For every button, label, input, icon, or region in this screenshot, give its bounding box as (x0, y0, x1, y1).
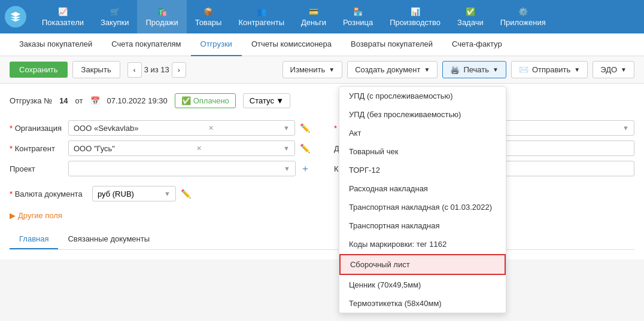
org-clear-icon[interactable]: ✕ (208, 124, 214, 132)
apps-icon: ⚙️ (518, 7, 528, 16)
project-row: Проект ▼ ＋ (10, 161, 310, 176)
nav-contractors[interactable]: 👥 Контрагенты (230, 0, 293, 33)
check-icon: ✅ (181, 96, 191, 105)
send-button[interactable]: ✉️ Отправить ▼ (511, 61, 588, 78)
purchases-icon: 🛒 (110, 7, 120, 16)
print-price-tag[interactable]: Ценник (70х49,5мм) (339, 276, 506, 294)
contractor-arrow-icon: ▼ (283, 145, 290, 152)
document-tabs: Главная Связанные документы (10, 230, 634, 250)
print-marking[interactable]: Коды маркировки: тег 1162 (339, 235, 506, 253)
project-add-icon[interactable]: ＋ (300, 163, 310, 175)
contractor-clear-icon[interactable]: ✕ (196, 145, 202, 152)
project-arrow-icon: ▼ (284, 165, 290, 172)
secnav-shipments[interactable]: Отгрузки (191, 33, 242, 56)
retail-icon: 🏪 (353, 7, 363, 16)
other-fields-link[interactable]: ▶ Другие поля (10, 211, 634, 220)
change-button[interactable]: Изменить ▼ (282, 61, 343, 78)
secnav-returns[interactable]: Возвраты покупателей (341, 33, 442, 56)
form-grid: Организация ООО «Sevkavlab» ✕ ▼ ✏️ Контр… (10, 120, 634, 176)
nav-purchases[interactable]: 🛒 Закупки (92, 0, 137, 33)
nav-apps[interactable]: ⚙️ Приложения (492, 0, 554, 33)
secnav-invoices[interactable]: Счета покупателям (102, 33, 190, 56)
org-edit-icon[interactable]: ✏️ (300, 123, 310, 133)
currency-arrow-icon: ▼ (164, 190, 171, 197)
goods-icon: 📦 (203, 7, 213, 16)
print-thermal[interactable]: Термоэтикетка (58х40мм) (339, 294, 506, 313)
next-button[interactable]: › (172, 62, 186, 78)
nav-retail[interactable]: 🏪 Розница (335, 0, 381, 33)
production-icon: 📊 (411, 7, 420, 16)
form-left: Организация ООО «Sevkavlab» ✕ ▼ ✏️ Контр… (10, 120, 310, 176)
org-row: Организация ООО «Sevkavlab» ✕ ▼ ✏️ (10, 120, 310, 136)
print-transport[interactable]: Транспортная накладная (339, 216, 506, 235)
warehouse-arrow-icon: ▼ (622, 124, 629, 132)
print-icon: 🖨️ (450, 65, 460, 74)
contractor-row: Контрагент ООО "Гусь" ✕ ▼ ✏️ (10, 140, 310, 156)
print-upd-no-tracking[interactable]: УПД (без прослеживаемостью) (339, 105, 506, 124)
print-receipt[interactable]: Товарный чек (339, 142, 506, 161)
document-header: Отгрузка № 14 от 📅 07.10.2022 19:30 ✅ Оп… (10, 93, 634, 108)
doc-counter: ‹ 3 из 13 › (127, 62, 186, 78)
secondary-navigation: Заказы покупателей Счета покупателям Отг… (0, 33, 644, 56)
doc-number: 14 (59, 96, 68, 105)
edo-arrow-icon: ▼ (621, 66, 627, 73)
tab-main[interactable]: Главная (10, 230, 58, 249)
edo-button[interactable]: ЭДО ▼ (593, 61, 634, 78)
secnav-orders[interactable]: Заказы покупателей (10, 33, 102, 56)
print-expense[interactable]: Расходная накладная (339, 179, 506, 198)
money-icon: 💳 (309, 7, 318, 16)
print-torg12[interactable]: ТОРГ-12 (339, 161, 506, 179)
print-act[interactable]: Акт (339, 124, 506, 142)
status-arrow-icon: ▼ (276, 96, 284, 105)
indicators-icon: 📈 (58, 7, 68, 16)
document-content: Отгрузка № 14 от 📅 07.10.2022 19:30 ✅ Оп… (0, 84, 644, 259)
contractor-label: Контрагент (10, 144, 63, 153)
sales-icon: 🛍️ (157, 7, 167, 16)
currency-input[interactable]: руб (RUB) ▼ (92, 186, 176, 201)
project-input[interactable]: ▼ (68, 161, 296, 176)
calendar-icon: 📅 (90, 96, 100, 105)
create-doc-button[interactable]: Создать документ ▼ (347, 61, 438, 78)
tasks-icon: ✅ (466, 7, 475, 16)
nav-tasks[interactable]: ✅ Задачи (449, 0, 492, 33)
app-logo[interactable] (5, 6, 26, 27)
prev-button[interactable]: ‹ (127, 62, 142, 78)
print-assembly[interactable]: Сборочный лист (339, 254, 506, 275)
status-button[interactable]: Статус ▼ (243, 93, 290, 108)
print-dropdown-menu: УПД (с прослеживаемостью) УПД (без просл… (339, 86, 506, 313)
contractor-input[interactable]: ООО "Гусь" ✕ ▼ (68, 140, 295, 156)
nav-money[interactable]: 💳 Деньги (293, 0, 335, 33)
paid-badge: ✅ Оплачено (175, 93, 236, 108)
currency-edit-icon[interactable]: ✏️ (181, 189, 191, 198)
org-arrow-icon: ▼ (283, 124, 290, 132)
change-arrow-icon: ▼ (329, 66, 335, 73)
print-upd-tracking[interactable]: УПД (с прослеживаемостью) (339, 87, 506, 105)
contractors-icon: 👥 (257, 7, 266, 16)
secnav-facturas[interactable]: Счета-фактур (442, 33, 512, 56)
nav-production[interactable]: 📊 Производство (381, 0, 449, 33)
secnav-commission[interactable]: Отчеты комиссионера (242, 33, 341, 56)
create-doc-arrow-icon: ▼ (424, 66, 430, 73)
nav-goods[interactable]: 📦 Товары (187, 0, 230, 33)
save-button[interactable]: Сохранить (10, 62, 68, 78)
print-transport-new[interactable]: Транспортная накладная (с 01.03.2022) (339, 198, 506, 216)
doc-title: Отгрузка № (10, 96, 52, 105)
currency-label: Валюта документа (10, 189, 87, 198)
top-navigation: 📈 Показатели 🛒 Закупки 🛍️ Продажи 📦 Това… (0, 0, 644, 33)
print-dropdown-wrapper: 🖨️ Печать ▼ УПД (с прослеживаемостью) УП… (442, 61, 506, 78)
currency-row: Валюта документа руб (RUB) ▼ ✏️ (10, 186, 634, 201)
contractor-edit-icon[interactable]: ✏️ (300, 143, 310, 153)
nav-sales[interactable]: 🛍️ Продажи (137, 0, 186, 33)
nav-indicators[interactable]: 📈 Показатели (34, 0, 92, 33)
org-input[interactable]: ООО «Sevkavlab» ✕ ▼ (68, 120, 295, 136)
org-label: Организация (10, 124, 63, 133)
tab-related[interactable]: Связанные документы (58, 230, 159, 249)
print-arrow-icon: ▼ (493, 66, 499, 73)
expand-icon: ▶ (10, 211, 16, 220)
close-button[interactable]: Закрыть (72, 61, 120, 78)
toolbar: Сохранить Закрыть ‹ 3 из 13 › Изменить ▼… (0, 56, 644, 84)
send-arrow-icon: ▼ (574, 66, 580, 73)
doc-date: 07.10.2022 19:30 (107, 96, 168, 105)
print-button[interactable]: 🖨️ Печать ▼ (442, 61, 506, 78)
doc-date-prefix: от (75, 96, 83, 105)
